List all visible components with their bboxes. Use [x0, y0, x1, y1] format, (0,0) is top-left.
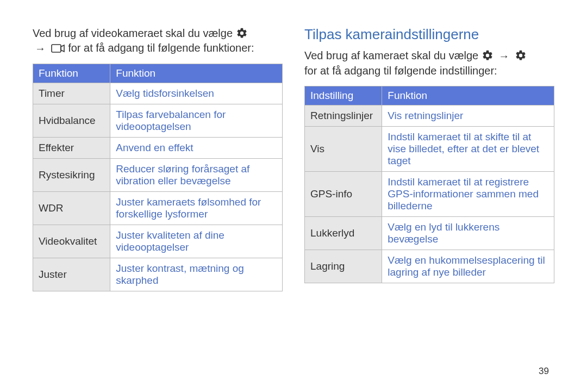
table-row: JusterJuster kontrast, mætning og skarph…: [33, 258, 283, 291]
cell-desc: Reducer sløring forårsaget af vibration …: [110, 159, 283, 192]
cell-desc: Juster kontrast, mætning og skarphed: [110, 258, 283, 291]
right-intro: Ved brug af kameraet skal du vælge → for…: [304, 48, 554, 78]
right-intro-text-a: Ved brug af kameraet skal du vælge: [304, 49, 482, 61]
left-intro-text-b: for at få adgang til følgende funktioner…: [68, 42, 254, 54]
table-row: VisIndstil kameraet til at skifte til at…: [305, 127, 554, 172]
camera-settings-table: Indstilling Funktion RetningslinjerVis r…: [304, 86, 554, 283]
cell-label: Lukkerlyd: [305, 217, 382, 250]
cell-desc: Indstil kameraet til at registrere GPS-i…: [382, 172, 554, 217]
table-row: TimerVælg tidsforsinkelsen: [33, 83, 283, 104]
cell-label: Timer: [33, 83, 110, 104]
header-indstilling: Indstilling: [305, 86, 382, 105]
manual-page: Ved brug af videokameraet skal du vælge …: [0, 0, 587, 392]
table-header-row: Funktion Funktion: [33, 64, 283, 83]
cell-label: Lagring: [305, 250, 382, 283]
section-title: Tilpas kameraindstillingerne: [304, 26, 554, 43]
cell-label: GPS-info: [305, 172, 382, 217]
cell-desc: Vis retningslinjer: [382, 105, 554, 127]
cell-label: Effekter: [33, 138, 110, 159]
left-column: Ved brug af videokameraet skal du vælge …: [33, 26, 283, 291]
table-row: RystesikringReducer sløring forårsaget a…: [33, 159, 283, 192]
left-intro-text-a: Ved brug af videokameraet skal du vælge: [33, 27, 236, 39]
cell-desc: Indstil kameraet til at skifte til at vi…: [382, 127, 554, 172]
gear-icon: [236, 27, 248, 39]
gear-icon: [482, 49, 494, 61]
table-row: LagringVælg en hukommelsesplacering til …: [305, 250, 554, 283]
cell-desc: Tilpas farvebalancen for videooptagelsen: [110, 104, 283, 138]
cell-label: Juster: [33, 258, 110, 291]
cell-label: WDR: [33, 192, 110, 225]
right-intro-text-b: for at få adgang til følgende indstillin…: [304, 65, 497, 77]
header-funktion: Funktion: [382, 86, 554, 105]
arrow-icon: →: [35, 41, 46, 56]
arrow-icon: →: [498, 49, 509, 64]
table-header-row: Indstilling Funktion: [305, 86, 554, 105]
cell-desc: Anvend en effekt: [110, 138, 283, 159]
cell-desc: Juster kameraets følsomhed for forskelli…: [110, 192, 283, 225]
cell-desc: Vælg tidsforsinkelsen: [110, 83, 283, 104]
cell-label: Retningslinjer: [305, 105, 382, 127]
table-row: VideokvalitetJuster kvaliteten af dine v…: [33, 225, 283, 258]
videocamera-icon: [51, 43, 65, 54]
header-funktion-2: Funktion: [110, 64, 283, 83]
cell-desc: Juster kvaliteten af dine videooptagelse…: [110, 225, 283, 258]
two-column-layout: Ved brug af videokameraet skal du vælge …: [33, 26, 554, 291]
cell-label: Vis: [305, 127, 382, 172]
table-row: WDRJuster kameraets følsomhed for forske…: [33, 192, 283, 225]
left-intro: Ved brug af videokameraet skal du vælge …: [33, 26, 283, 56]
header-funktion-1: Funktion: [33, 64, 110, 83]
video-functions-table: Funktion Funktion TimerVælg tidsforsinke…: [33, 64, 283, 291]
cell-desc: Vælg en hukommelsesplacering til lagring…: [382, 250, 554, 283]
cell-label: Hvidbalance: [33, 104, 110, 138]
table-row: LukkerlydVælg en lyd til lukkerens bevæg…: [305, 217, 554, 250]
cell-desc: Vælg en lyd til lukkerens bevægelse: [382, 217, 554, 250]
table-row: GPS-infoIndstil kameraet til at registre…: [305, 172, 554, 217]
svg-rect-0: [52, 45, 61, 52]
gear-icon: [515, 49, 527, 61]
table-row: RetningslinjerVis retningslinjer: [305, 105, 554, 127]
table-row: HvidbalanceTilpas farvebalancen for vide…: [33, 104, 283, 138]
table-row: EffekterAnvend en effekt: [33, 138, 283, 159]
cell-label: Rystesikring: [33, 159, 110, 192]
right-column: Tilpas kameraindstillingerne Ved brug af…: [304, 26, 554, 291]
page-number: 39: [539, 366, 549, 377]
cell-label: Videokvalitet: [33, 225, 110, 258]
